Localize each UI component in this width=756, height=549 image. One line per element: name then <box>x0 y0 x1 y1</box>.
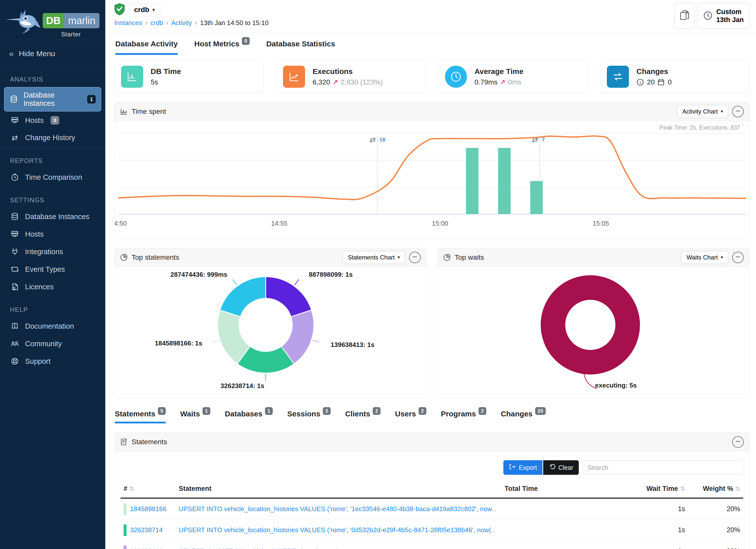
licence-icon <box>10 283 20 291</box>
donut-label: 287474436: 999ms <box>152 271 227 279</box>
chevron-down-icon: ▾ <box>152 7 155 13</box>
detail-tabs: Statements5 Waits1 Databases1 Sessions2 … <box>114 410 749 423</box>
chevron-down-icon: ▾ <box>721 109 723 114</box>
section-title: REPORTS <box>0 157 105 168</box>
sort-by-id[interactable]: #⇅ <box>124 485 179 493</box>
sort-icon: ⇅ <box>680 485 685 492</box>
clock-icon <box>10 173 20 181</box>
statement-id-link[interactable]: 1845898166 <box>130 505 166 513</box>
sort-by-weight[interactable]: Weight %⇅ <box>685 485 740 493</box>
svg-text:15:00: 15:00 <box>432 220 448 227</box>
sidebar-item-community[interactable]: Community <box>0 335 105 352</box>
tab-badge: 0 <box>242 37 250 45</box>
logo-marlin-badge: marlin <box>64 13 100 28</box>
collapse-panel-button[interactable]: − <box>409 252 421 263</box>
section-title: SETTINGS <box>0 197 105 208</box>
tab-programs[interactable]: Programs2 <box>441 410 486 423</box>
table-row: 326238714 UPSERT INTO vehicle_location_h… <box>121 520 743 541</box>
calendar-icon <box>657 78 665 86</box>
logo-db-badge: DB <box>43 13 64 28</box>
edition-label: Starter <box>61 31 81 38</box>
sidebar-item-time-comparison[interactable]: Time Comparison <box>0 168 105 186</box>
table-row: 139638413 SELECT city, id FROM vehicles … <box>121 541 743 549</box>
app-logo[interactable]: DB marlin Starter <box>0 0 105 40</box>
tab-database-statistics[interactable]: Database Statistics <box>266 40 335 55</box>
copy-button[interactable] <box>674 3 695 29</box>
avg-time-value: 0.79ms <box>475 78 498 86</box>
statements-chart-dropdown[interactable]: Statements Chart ▾ <box>343 251 405 264</box>
table-row: 1845898166 UPSERT INTO vehicle_location_… <box>121 499 743 520</box>
activity-chart-dropdown[interactable]: Activity Chart ▾ <box>677 105 728 118</box>
tab-database-activity[interactable]: Database Activity <box>115 40 178 55</box>
hide-menu-button[interactable]: « Hide Menu <box>0 40 105 67</box>
db-time-value: 5s <box>151 78 158 86</box>
list-icon <box>120 438 128 446</box>
breadcrumb: Instances › crdb › Activity › 13th Jan 1… <box>114 19 756 27</box>
svg-text:⇄: ⇄ <box>369 136 376 144</box>
community-icon <box>10 339 20 348</box>
statements-table: #⇅ Statement Total Time Wait Time⇅ Weigh… <box>121 481 743 549</box>
tab-statements[interactable]: Statements5 <box>115 410 166 423</box>
sidebar-item-documentation[interactable]: Documentation <box>0 317 105 335</box>
sort-by-wait-time[interactable]: Wait Time⇅ <box>580 485 685 493</box>
sidebar-item-database-instances-settings[interactable]: Database Instances <box>0 208 105 225</box>
svg-text:14:55: 14:55 <box>271 220 288 227</box>
sidebar-item-integrations[interactable]: Integrations <box>0 243 105 260</box>
tab-users[interactable]: Users2 <box>395 410 426 423</box>
chevron-down-icon: ▾ <box>721 255 723 260</box>
statement-sql-link[interactable]: UPSERT INTO vehicle_location_histories V… <box>179 505 505 513</box>
tab-changes[interactable]: Changes20 <box>501 410 546 423</box>
clear-button[interactable]: Clear <box>543 460 579 475</box>
sidebar-section-settings: SETTINGS Database Instances Hosts Integr… <box>0 188 105 298</box>
collapse-icon: « <box>9 49 14 58</box>
search-input[interactable] <box>583 460 743 475</box>
statements-table-panel: Statements − Export C <box>114 432 749 549</box>
donut-label: 1845898166: 1s <box>129 339 202 347</box>
bar-chart-icon <box>121 66 143 88</box>
card-db-time: DB Time 5s <box>114 60 264 93</box>
sidebar-item-hosts[interactable]: Hosts 0 <box>0 112 105 129</box>
main-area: crdb ▾ Instances › crdb › Activity › 13t… <box>105 0 756 549</box>
collapse-panel-button[interactable]: − <box>732 106 744 117</box>
sidebar-item-change-history[interactable]: ⇄ Change History <box>0 129 105 146</box>
waits-chart-dropdown[interactable]: Waits Chart ▾ <box>681 251 728 264</box>
statement-id-link[interactable]: 139638413 <box>130 547 163 549</box>
svg-text:15:05: 15:05 <box>593 220 609 227</box>
top-header: crdb ▾ Instances › crdb › Activity › 13t… <box>105 0 756 33</box>
sidebar-section-reports: REPORTS Time Comparison <box>0 149 105 188</box>
breadcrumb-instances[interactable]: Instances <box>114 19 142 27</box>
time-spent-chart: Peak Time: 2s, Executions: 837 ⇄16⇄714:5… <box>115 121 749 239</box>
breadcrumb-crdb[interactable]: crdb <box>150 19 163 27</box>
export-button[interactable]: Export <box>503 460 542 475</box>
sidebar-item-licences[interactable]: Licences <box>0 278 105 296</box>
sidebar-item-support[interactable]: Support <box>0 352 105 370</box>
statement-color-chip <box>124 524 127 536</box>
collapse-panel-button[interactable]: − <box>732 436 744 448</box>
tab-host-metrics[interactable]: Host Metrics 0 <box>194 40 250 55</box>
changes-calendar-count: 0 <box>668 78 672 86</box>
time-range-button[interactable]: Custom 13th Jan <box>697 3 749 29</box>
statement-color-chip <box>124 503 127 515</box>
panel-title: Statements <box>132 438 167 446</box>
collapse-panel-button[interactable]: − <box>732 252 744 263</box>
statement-id-link[interactable]: 326238714 <box>130 526 163 534</box>
tab-sessions[interactable]: Sessions2 <box>287 410 331 423</box>
instance-selector[interactable]: crdb ▾ <box>129 3 160 17</box>
sidebar-item-event-types[interactable]: Event Types <box>0 260 105 278</box>
executions-delta: 2,830 (123%) <box>341 78 383 86</box>
sidebar-item-hosts-settings[interactable]: Hosts <box>0 225 105 243</box>
tab-databases[interactable]: Databases1 <box>225 410 273 423</box>
waits-donut-chart: executing: 5s <box>438 267 749 398</box>
sidebar-item-database-instances[interactable]: Database Instances 1 <box>4 87 101 112</box>
svg-text:14:50: 14:50 <box>115 220 127 227</box>
tab-clients[interactable]: Clients2 <box>345 410 381 423</box>
breadcrumb-activity[interactable]: Activity <box>171 19 192 27</box>
svg-text:7: 7 <box>542 136 545 143</box>
sidebar: DB marlin Starter « Hide Menu ANALYSIS D… <box>0 0 105 549</box>
donut-label: 139638413: 1s <box>331 341 374 349</box>
wait-time-value: 1s <box>580 505 685 513</box>
tab-waits[interactable]: Waits1 <box>180 410 210 423</box>
statement-sql-link[interactable]: SELECT city, id FROM vehicles WHERE city… <box>179 547 337 549</box>
documentation-icon <box>10 322 20 330</box>
statement-sql-link[interactable]: UPSERT INTO vehicle_location_histories V… <box>179 526 505 534</box>
